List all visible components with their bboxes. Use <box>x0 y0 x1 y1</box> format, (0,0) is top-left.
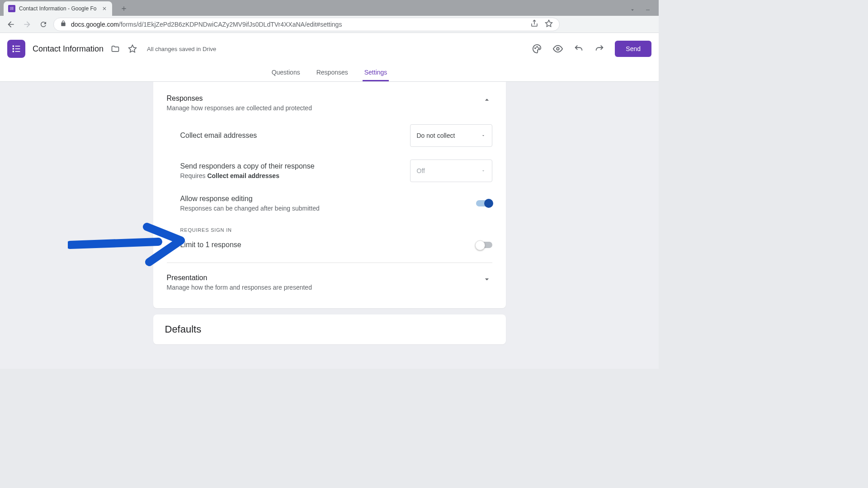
svg-rect-9 <box>13 48 14 49</box>
collect-email-label: Collect email addresses <box>180 131 257 140</box>
send-copy-sub: Requires Collect email addresses <box>180 172 315 179</box>
save-status: All changes saved in Drive <box>147 46 216 52</box>
responses-subtitle: Manage how responses are collected and p… <box>167 104 312 112</box>
collect-email-select[interactable]: Do not collect <box>410 124 492 147</box>
defaults-title: Defaults <box>165 324 494 335</box>
presentation-subtitle: Manage how the form and responses are pr… <box>167 284 312 291</box>
svg-rect-7 <box>13 46 14 47</box>
presentation-title: Presentation <box>167 274 312 282</box>
requires-signin-label: REQUIRES SIGN IN <box>180 227 492 233</box>
defaults-card: Defaults <box>153 314 506 344</box>
undo-icon[interactable] <box>573 43 584 54</box>
forms-logo[interactable] <box>7 40 25 58</box>
send-button[interactable]: Send <box>615 41 651 57</box>
svg-rect-12 <box>15 51 20 52</box>
back-button[interactable] <box>5 18 17 31</box>
star-icon[interactable] <box>127 43 138 54</box>
share-icon[interactable] <box>530 19 538 29</box>
tab-title: Contact Information - Google Fo <box>19 5 98 12</box>
main-tabs: Questions Responses Settings <box>0 65 659 82</box>
url-field[interactable]: docs.google.com/forms/d/1EkjZePd2B6zKDPN… <box>53 18 560 31</box>
svg-rect-0 <box>10 7 10 8</box>
allow-edit-sub: Responses can be changed after being sub… <box>180 205 320 212</box>
window-controls <box>629 7 659 16</box>
svg-point-16 <box>557 47 560 50</box>
move-folder-icon[interactable] <box>110 43 121 54</box>
collect-email-row: Collect email addresses Do not collect <box>180 124 492 147</box>
dropdown-caret-icon <box>481 169 486 173</box>
app-header: Contact Information All changes saved in… <box>0 33 659 65</box>
preview-eye-icon[interactable] <box>552 43 563 54</box>
svg-rect-6 <box>646 10 650 10</box>
svg-point-15 <box>539 48 540 49</box>
minimize-icon[interactable] <box>644 7 651 13</box>
tab-questions[interactable]: Questions <box>270 65 302 81</box>
send-copy-label: Send responders a copy of their response <box>180 162 315 170</box>
svg-rect-11 <box>13 51 14 52</box>
redo-icon[interactable] <box>594 43 605 54</box>
svg-rect-4 <box>10 9 10 10</box>
limit-response-row: Limit to 1 response <box>180 241 492 249</box>
send-copy-select: Off <box>410 160 492 182</box>
responses-title: Responses <box>167 94 312 103</box>
responses-section-header[interactable]: Responses Manage how responses are colle… <box>167 94 492 112</box>
settings-page: Responses Manage how responses are colle… <box>0 82 659 369</box>
allow-edit-label: Allow response editing <box>180 195 320 203</box>
url-text: docs.google.com/forms/d/1EkjZePd2B6zKDPN… <box>71 21 526 28</box>
tab-settings[interactable]: Settings <box>363 65 389 81</box>
close-tab-icon[interactable] <box>101 5 108 12</box>
forward-button[interactable] <box>21 18 33 31</box>
svg-rect-2 <box>10 8 10 9</box>
svg-rect-3 <box>11 8 13 9</box>
section-divider <box>167 263 492 263</box>
lock-icon <box>60 20 66 28</box>
svg-point-13 <box>535 48 536 49</box>
reload-button[interactable] <box>37 18 50 31</box>
browser-tab[interactable]: Contact Information - Google Fo <box>4 1 112 16</box>
settings-card: Responses Manage how responses are colle… <box>153 82 506 308</box>
new-tab-button[interactable] <box>118 2 130 15</box>
allow-edit-toggle[interactable] <box>476 200 492 206</box>
svg-point-14 <box>537 47 538 47</box>
browser-tab-strip: Contact Information - Google Fo <box>0 0 659 16</box>
address-bar: docs.google.com/forms/d/1EkjZePd2B6zKDPN… <box>0 16 659 33</box>
bookmark-star-icon[interactable] <box>545 19 553 29</box>
dropdown-caret-icon <box>481 133 486 138</box>
tab-responses[interactable]: Responses <box>315 65 350 81</box>
send-copy-row: Send responders a copy of their response… <box>180 160 492 182</box>
presentation-section-header[interactable]: Presentation Manage how the form and res… <box>167 274 492 291</box>
svg-rect-8 <box>15 46 20 47</box>
chevron-up-icon <box>481 94 492 105</box>
theme-palette-icon[interactable] <box>532 43 542 54</box>
svg-rect-10 <box>15 48 20 49</box>
chevron-down-icon <box>481 274 492 285</box>
document-title[interactable]: Contact Information <box>33 44 104 54</box>
limit-response-label: Limit to 1 response <box>180 241 241 249</box>
svg-rect-1 <box>11 7 13 8</box>
tabs-dropdown-icon[interactable] <box>629 7 636 13</box>
svg-rect-5 <box>11 9 13 10</box>
allow-edit-row: Allow response editing Responses can be … <box>180 195 492 212</box>
limit-response-toggle[interactable] <box>476 242 492 248</box>
forms-favicon <box>8 5 15 12</box>
